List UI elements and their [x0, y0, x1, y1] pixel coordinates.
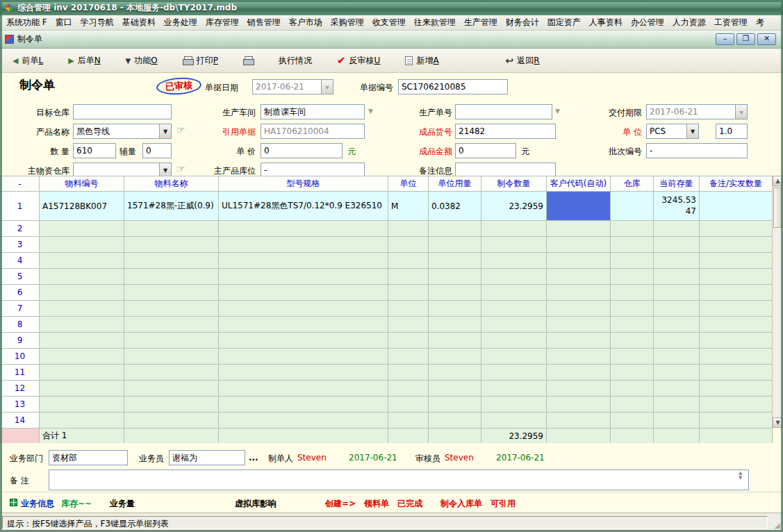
cell[interactable]	[611, 413, 654, 429]
cell[interactable]	[388, 381, 429, 397]
bottom-link-inventory[interactable]: 库存~~	[61, 498, 92, 510]
cell[interactable]	[124, 253, 219, 269]
menu-item[interactable]: 收支管理	[368, 15, 410, 31]
cell[interactable]	[700, 317, 773, 333]
cell[interactable]	[547, 237, 611, 253]
cell[interactable]	[654, 413, 700, 429]
target-warehouse-input[interactable]	[73, 104, 172, 119]
cell[interactable]	[654, 237, 700, 253]
cell[interactable]	[40, 237, 124, 253]
cell[interactable]	[611, 349, 654, 365]
cell[interactable]	[547, 221, 611, 237]
doc-date-field[interactable]: 2017-06-21 ▾	[252, 79, 333, 94]
cell[interactable]	[40, 413, 124, 429]
menu-item[interactable]: 工资管理	[710, 15, 752, 31]
resize-grip-icon[interactable]: ◢	[775, 521, 780, 530]
bottom-link-business-info[interactable]: 业务信息	[21, 498, 54, 510]
cell[interactable]	[388, 397, 429, 413]
cell[interactable]	[429, 317, 481, 333]
cell[interactable]	[700, 349, 773, 365]
menu-item[interactable]: 系统功能 F	[2, 15, 51, 31]
cell[interactable]	[654, 397, 700, 413]
cell[interactable]	[219, 237, 388, 253]
exec-status-button[interactable]: 执行情况	[276, 53, 315, 69]
cell[interactable]	[611, 221, 654, 237]
print-button[interactable]: 打印P	[180, 53, 221, 69]
menu-item[interactable]: 固定资产	[543, 15, 585, 31]
bottom-link-material-requisition[interactable]: 领料单	[364, 498, 389, 510]
menu-item[interactable]: 库存管理	[201, 15, 243, 31]
bottom-link-business-volume[interactable]: 业务量	[110, 498, 135, 510]
cell[interactable]	[219, 317, 388, 333]
column-header[interactable]: 单位用量	[429, 176, 481, 192]
menu-item[interactable]: 客户市场	[285, 15, 327, 31]
menu-item[interactable]: 财务会计	[502, 15, 543, 31]
unit-combo[interactable]: PCS ▼	[646, 124, 699, 139]
row-number[interactable]: 14	[1, 413, 40, 429]
cell[interactable]	[481, 413, 547, 429]
cell[interactable]	[388, 317, 429, 333]
cell[interactable]	[611, 333, 654, 349]
cell[interactable]	[388, 301, 429, 317]
close-button[interactable]: ✕	[757, 33, 776, 45]
cell[interactable]	[481, 381, 547, 397]
row-number[interactable]: 13	[1, 397, 40, 413]
cell[interactable]	[219, 253, 388, 269]
cell[interactable]	[388, 269, 429, 285]
bottom-link-create[interactable]: 创建=>	[325, 498, 356, 510]
column-header[interactable]: -	[1, 176, 40, 192]
cell[interactable]	[611, 253, 654, 269]
column-header[interactable]: 仓库	[611, 176, 654, 192]
selected-cell[interactable]	[547, 192, 611, 221]
cell[interactable]	[700, 253, 773, 269]
row-number[interactable]: 12	[1, 381, 40, 397]
cell[interactable]: A157128BK007	[40, 192, 124, 221]
cell[interactable]	[547, 349, 611, 365]
prod-order-dropdown-icon[interactable]: ▼	[555, 108, 560, 115]
workshop-input[interactable]	[261, 104, 365, 119]
cell[interactable]	[388, 253, 429, 269]
cell[interactable]	[429, 301, 481, 317]
cell[interactable]	[611, 285, 654, 301]
dept-input[interactable]	[49, 450, 128, 465]
cell[interactable]	[40, 301, 124, 317]
cell[interactable]	[654, 333, 700, 349]
cell[interactable]	[219, 365, 388, 381]
prev-button[interactable]: 前单L	[10, 53, 46, 69]
cell[interactable]	[219, 413, 388, 429]
menu-item[interactable]: 往来款管理	[410, 15, 460, 31]
cell[interactable]	[481, 333, 547, 349]
cell[interactable]	[700, 397, 773, 413]
cell[interactable]	[611, 381, 654, 397]
cell[interactable]	[654, 221, 700, 237]
cell[interactable]	[654, 285, 700, 301]
column-header[interactable]: 物料名称	[124, 176, 219, 192]
row-number[interactable]: 1	[1, 192, 40, 221]
column-header[interactable]: 客户代码(自动)	[547, 176, 611, 192]
more-button[interactable]: ...	[249, 453, 258, 463]
menu-item[interactable]: 人力资源	[668, 15, 710, 31]
cell[interactable]	[124, 301, 219, 317]
menu-item[interactable]: 销售管理	[243, 15, 285, 31]
cell[interactable]	[700, 413, 773, 429]
cell[interactable]	[388, 333, 429, 349]
qty-input[interactable]	[73, 143, 116, 158]
combo-arrow-icon[interactable]: ▼	[686, 124, 698, 138]
product-combo[interactable]: 黑色导线 ▼	[73, 124, 172, 139]
menu-item[interactable]: 学习导航	[76, 15, 118, 31]
cell[interactable]	[481, 253, 547, 269]
cell[interactable]	[40, 349, 124, 365]
cell[interactable]	[481, 269, 547, 285]
bottom-link-virtual-stock-impact[interactable]: 虚拟库影响	[235, 498, 277, 510]
cell[interactable]	[700, 192, 773, 221]
aux-qty-input[interactable]	[142, 143, 172, 158]
cell[interactable]	[481, 365, 547, 381]
row-number[interactable]: 9	[1, 333, 40, 349]
row-number[interactable]: 7	[1, 301, 40, 317]
cell[interactable]	[654, 253, 700, 269]
cell[interactable]	[388, 365, 429, 381]
cell[interactable]	[611, 269, 654, 285]
calendar-dropdown-icon[interactable]: ▾	[735, 105, 747, 119]
cell[interactable]	[429, 349, 481, 365]
cell[interactable]	[611, 397, 654, 413]
